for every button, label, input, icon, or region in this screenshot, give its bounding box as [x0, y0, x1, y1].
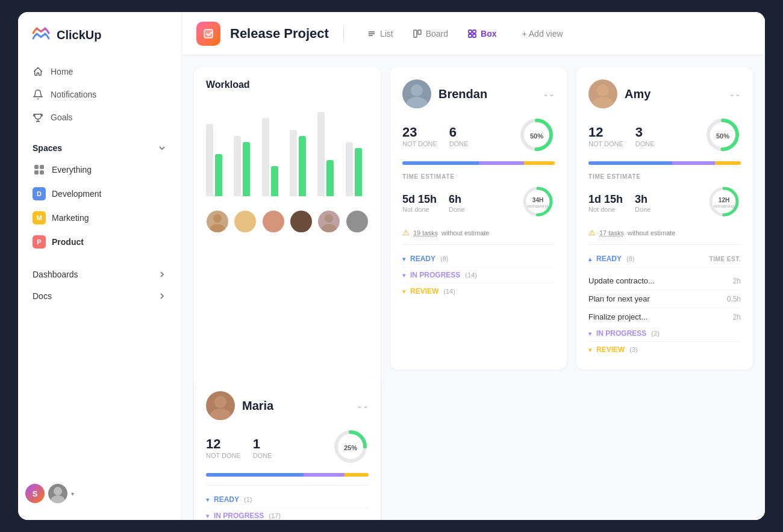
amy-task-2: Plan for next year 0.5h — [588, 290, 741, 308]
bar-green-2 — [243, 142, 250, 196]
amy-te-done: 3h Done — [635, 193, 650, 213]
notifications-label: Notifications — [51, 90, 96, 99]
task-label-1: Update contracto... — [588, 276, 655, 285]
brendan-te-nd-label: Not done — [402, 206, 437, 213]
maria-chevron-icon[interactable]: ⌄⌄ — [357, 401, 369, 410]
amy-te-d-label: Done — [635, 206, 650, 213]
list-icon — [367, 29, 376, 39]
amy-status-review[interactable]: ▾ REVIEW (3) — [588, 342, 741, 357]
amy-task-list: Update contracto... 2h Plan for next yea… — [588, 272, 741, 326]
brendan-remaining-label: 34H remaining — [527, 197, 548, 209]
brendan-status-review[interactable]: ▾ REVIEW (14) — [402, 283, 555, 299]
svg-rect-11 — [418, 30, 421, 34]
amy-inprogress-label: IN PROGRESS — [596, 329, 646, 338]
brendan-status-ready[interactable]: ▾ READY (8) — [402, 251, 555, 267]
amy-warning-link[interactable]: 17 tasks — [599, 229, 624, 237]
everything-label: Everything — [52, 165, 92, 175]
svg-point-27 — [349, 224, 365, 232]
amy-ready-label: READY — [596, 255, 622, 263]
product-label: Product — [52, 237, 84, 247]
dashboards-label: Dashboards — [33, 270, 78, 279]
add-view-button[interactable]: + Add view — [514, 25, 570, 42]
amy-te-nd-value: 1d 15h — [588, 193, 623, 206]
workload-avatars — [206, 206, 369, 232]
brendan-not-done-value: 23 — [402, 125, 437, 140]
sidebar-item-notifications[interactable]: Notifications — [25, 83, 174, 106]
view-tabs: List Board Box — [358, 25, 505, 42]
svg-point-23 — [293, 224, 309, 232]
sidebar-item-home[interactable]: Home — [25, 60, 174, 83]
maria-done-label: Done — [253, 452, 272, 459]
chevron-ready-brendan: ▾ — [402, 256, 405, 262]
brendan-status-inprogress[interactable]: ▾ IN PROGRESS (14) — [402, 267, 555, 283]
amy-review-label: REVIEW — [596, 345, 625, 354]
amy-warning: ⚠ 17 tasks without estimate — [588, 228, 741, 237]
marketing-label: Marketing — [52, 213, 89, 223]
workload-avatar-1[interactable] — [207, 211, 228, 232]
workload-avatar-3[interactable] — [263, 211, 284, 232]
amy-review-count: (3) — [629, 346, 637, 353]
chevron-down-icon — [157, 143, 167, 153]
brendan-ready-count: (8) — [440, 255, 448, 262]
task-time-1: 2h — [733, 277, 741, 285]
development-label: Development — [52, 189, 102, 199]
amy-status-inprogress[interactable]: ▾ IN PROGRESS (2) — [588, 326, 741, 342]
sidebar-item-dashboards[interactable]: Dashboards — [25, 264, 174, 285]
spaces-section: Spaces Everything D — [18, 129, 181, 259]
maria-status-ready[interactable]: ▾ READY (1) — [206, 492, 369, 508]
workload-avatar-5[interactable] — [318, 211, 340, 232]
workload-avatar-2[interactable] — [234, 211, 256, 232]
sidebar-item-docs[interactable]: Docs — [25, 285, 174, 307]
svg-point-5 — [51, 495, 65, 503]
amy-status-ready[interactable]: ▴ READY (8) TIME EST. — [588, 251, 741, 267]
brendan-te-d-value: 6h — [449, 193, 464, 206]
amy-chevron-icon[interactable]: ⌄⌄ — [729, 90, 741, 98]
brendan-card: Brendan ⌄⌄ 23 Not done 6 Done — [390, 67, 567, 370]
brendan-ready-label: READY — [410, 255, 435, 263]
sidebar-item-development[interactable]: D Development — [25, 182, 174, 206]
maria-statuses: ▾ READY (1) ▾ IN PROGRESS (17) ▾ REVIEW … — [206, 485, 369, 520]
amy-donut: 50% — [705, 117, 741, 155]
brendan-photo — [402, 79, 431, 108]
sidebar: ClickUp Home Notifications Goals — [18, 12, 182, 520]
svg-point-40 — [214, 396, 226, 408]
tab-box[interactable]: Box — [459, 25, 505, 42]
sidebar-item-goals[interactable]: Goals — [25, 106, 174, 129]
bell-icon — [33, 89, 43, 100]
chevron-inprogress-amy: ▾ — [588, 330, 591, 337]
maria-inprogress-count: (17) — [269, 512, 281, 519]
svg-point-35 — [592, 97, 614, 108]
user-area[interactable]: S ▾ — [18, 479, 181, 508]
brendan-done-label: Done — [449, 140, 469, 147]
marketing-avatar: M — [33, 211, 46, 224]
tab-list[interactable]: List — [358, 25, 402, 42]
svg-rect-6 — [204, 29, 213, 38]
brendan-warning-link[interactable]: 19 tasks — [413, 229, 438, 237]
brendan-chevron-icon[interactable]: ⌄⌄ — [543, 90, 555, 98]
bar-green-5 — [326, 160, 334, 196]
amy-task-1: Update contracto... 2h — [588, 272, 741, 290]
board-icon — [413, 29, 422, 39]
workload-avatar-6[interactable] — [346, 211, 368, 232]
tab-board[interactable]: Board — [404, 25, 457, 42]
add-view-label: + Add view — [522, 29, 563, 39]
svg-point-34 — [597, 84, 609, 96]
sidebar-item-everything[interactable]: Everything — [25, 158, 174, 182]
sidebar-item-product[interactable]: P Product — [25, 230, 174, 254]
maria-header: Maria ⌄⌄ — [206, 391, 369, 420]
brendan-not-done: 23 Not done — [402, 125, 437, 147]
warning-icon-amy: ⚠ — [588, 228, 596, 237]
spaces-header[interactable]: Spaces — [25, 138, 174, 158]
amy-time-est-header: TIME EST. — [710, 256, 741, 262]
brendan-review-count: (14) — [443, 288, 455, 295]
brendan-review-label: REVIEW — [410, 287, 438, 295]
workload-avatar-4[interactable] — [290, 211, 312, 232]
maria-status-inprogress[interactable]: ▾ IN PROGRESS (17) — [206, 508, 369, 520]
brendan-inprogress-count: (14) — [465, 271, 477, 279]
brendan-te-done: 6h Done — [449, 193, 464, 213]
task-label-3: Finalize project... — [588, 312, 647, 321]
user-avatar-s: S — [25, 484, 45, 503]
bar-green-6 — [355, 148, 362, 196]
tab-box-label: Box — [481, 29, 496, 39]
sidebar-item-marketing[interactable]: M Marketing — [25, 206, 174, 230]
